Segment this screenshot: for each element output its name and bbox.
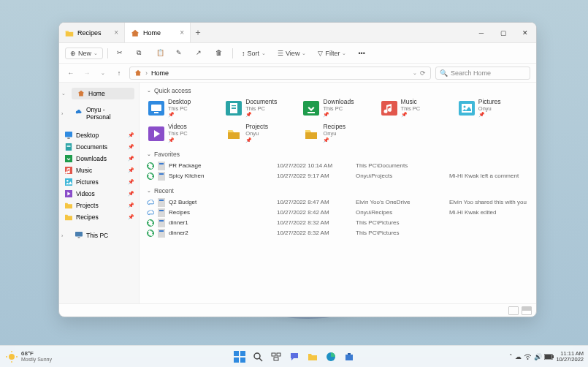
- sidebar-item-home[interactable]: Home: [72, 88, 134, 99]
- downloads-icon: [65, 155, 72, 162]
- documents-icon: [65, 143, 72, 151]
- pic-icon: [459, 101, 475, 116]
- paste-button[interactable]: 📋: [152, 48, 169, 58]
- onedrive-icon[interactable]: ☁: [515, 353, 522, 360]
- quick-item-downloads[interactable]: DownloadsThis PC📌: [302, 97, 373, 119]
- section-quick-access[interactable]: ⌄Quick access: [147, 87, 529, 94]
- minimize-button[interactable]: ─: [470, 29, 492, 37]
- projects-icon: [65, 202, 72, 209]
- share-button[interactable]: ↗: [191, 48, 208, 58]
- close-button[interactable]: ✕: [514, 29, 536, 37]
- explorer-button[interactable]: [305, 349, 321, 365]
- pin-icon: 📌: [128, 144, 134, 150]
- pin-icon: 📌: [128, 179, 134, 185]
- status-icon: [147, 219, 154, 227]
- status-bar: [59, 303, 536, 317]
- chevron-down-icon[interactable]: ⌄: [413, 70, 417, 76]
- quick-item-desktop[interactable]: DesktopThis PC📌: [147, 97, 218, 119]
- close-tab-icon[interactable]: ×: [114, 29, 118, 37]
- quick-item-videos[interactable]: VideosThis PC📌: [147, 122, 218, 144]
- sort-button[interactable]: ↕ Sort ⌄: [237, 48, 270, 58]
- thumbnails-view-button[interactable]: [522, 306, 532, 315]
- wifi-icon[interactable]: [524, 353, 532, 360]
- quick-item-recipes[interactable]: RecipesOnyu📌: [302, 122, 373, 144]
- svg-rect-13: [154, 112, 159, 113]
- svg-rect-18: [308, 112, 315, 113]
- list-item[interactable]: Recipes10/27/2022 8:42 AMOnyu\RecipesMi-…: [147, 208, 529, 218]
- clock[interactable]: 11:11 AM 10/27/2022: [556, 351, 584, 362]
- close-tab-icon[interactable]: ×: [180, 29, 184, 37]
- list-item[interactable]: Q2 Budget10/27/2022 8:47 AMElvin Yoo's O…: [147, 197, 529, 208]
- svg-rect-3: [67, 145, 71, 146]
- svg-rect-10: [75, 232, 83, 236]
- new-button[interactable]: ⊕ New ⌄: [65, 48, 103, 59]
- tab-recipes[interactable]: Recipes ×: [59, 23, 125, 42]
- quick-item-projects[interactable]: ProjectsOnyu📌: [224, 122, 296, 144]
- share-icon: ↗: [196, 49, 204, 57]
- battery-icon[interactable]: [544, 354, 554, 360]
- search-icon: 🔍: [440, 69, 448, 77]
- quick-item-documents[interactable]: DocumentsThis PC📌: [224, 97, 296, 119]
- section-recent[interactable]: ⌄Recent: [147, 187, 529, 194]
- filter-button[interactable]: ▽ Filter⌄: [313, 48, 351, 58]
- add-tab-button[interactable]: ＋: [191, 26, 205, 39]
- sidebar-item-downloads[interactable]: Downloads📌: [59, 153, 139, 164]
- sidebar-item-documents[interactable]: Documents📌: [59, 141, 139, 153]
- home-icon: [134, 69, 142, 77]
- svg-rect-56: [552, 355, 554, 358]
- rename-button[interactable]: ✎: [172, 48, 188, 58]
- quick-item-pictures[interactable]: PicturesOnyu📌: [457, 97, 529, 119]
- sidebar-item-projects[interactable]: Projects📌: [59, 200, 139, 211]
- tray-chevron[interactable]: ˄: [509, 353, 513, 360]
- cut-button[interactable]: ✂: [112, 48, 129, 58]
- start-button[interactable]: [232, 349, 248, 365]
- sidebar-item-recipes[interactable]: Recipes📌: [59, 211, 139, 223]
- edge-button[interactable]: [323, 349, 339, 365]
- store-button[interactable]: [341, 349, 357, 365]
- delete-button[interactable]: 🗑: [211, 48, 228, 58]
- view-button[interactable]: ☰ View⌄: [273, 48, 310, 58]
- pin-icon: 📌: [478, 112, 501, 118]
- list-item[interactable]: dinner110/27/2022 8:32 AMThis PC\Picture…: [147, 218, 529, 228]
- sidebar-item-pictures[interactable]: Pictures📌: [59, 176, 139, 188]
- details-view-button[interactable]: [508, 306, 519, 315]
- address-bar[interactable]: › Home ⌄ ⟳: [129, 67, 431, 80]
- folder-icon: [65, 29, 74, 37]
- quick-item-music[interactable]: MusicThis PC📌: [380, 97, 451, 119]
- forward-button[interactable]: →: [81, 67, 93, 79]
- titlebar: Recipes × Home × ＋ ─ ▢ ✕: [59, 23, 536, 43]
- svg-rect-35: [158, 229, 165, 238]
- svg-rect-50: [274, 357, 278, 360]
- task-view-button[interactable]: [268, 349, 284, 365]
- status-icon: [147, 173, 154, 180]
- svg-rect-55: [545, 355, 551, 359]
- up-button[interactable]: ↑: [113, 67, 125, 79]
- sidebar-item-thispc[interactable]: This PC: [69, 230, 137, 241]
- svg-rect-11: [78, 237, 80, 238]
- tab-label: Recipes: [77, 29, 102, 37]
- maximize-button[interactable]: ▢: [492, 29, 514, 37]
- back-button[interactable]: ←: [65, 67, 77, 79]
- refresh-button[interactable]: ⟳: [420, 69, 426, 77]
- sidebar-item-onedrive[interactable]: Onyu - Personal: [69, 104, 137, 123]
- status-icon: [147, 209, 154, 216]
- recent-locations-button[interactable]: ⌄: [97, 67, 109, 79]
- sidebar-item-videos[interactable]: Videos📌: [59, 188, 139, 200]
- tab-home[interactable]: Home ×: [125, 23, 191, 42]
- volume-icon[interactable]: 🔊: [534, 353, 542, 360]
- folder-icon: [226, 126, 242, 141]
- svg-rect-42: [234, 351, 239, 356]
- more-button[interactable]: •••: [354, 48, 369, 58]
- list-item[interactable]: Spicy Kitchen10/27/2022 9:17 AMOnyu\Proj…: [147, 171, 529, 181]
- section-favorites[interactable]: ⌄Favorites: [147, 151, 529, 158]
- weather-widget[interactable]: 68°FMostly Sunny: [0, 351, 58, 363]
- search-button[interactable]: [250, 349, 266, 365]
- svg-rect-23: [159, 163, 164, 164]
- sidebar-item-desktop[interactable]: Desktop📌: [59, 129, 139, 141]
- chat-button[interactable]: [286, 349, 302, 365]
- list-item[interactable]: dinner210/27/2022 8:32 AMThis PC\Picture…: [147, 228, 529, 238]
- copy-button[interactable]: ⧉: [132, 48, 149, 58]
- sidebar-item-music[interactable]: Music📌: [59, 164, 139, 176]
- list-item[interactable]: PR Package10/27/2022 10:14 AMThis PC\Doc…: [147, 161, 529, 171]
- search-input[interactable]: 🔍 Search Home: [435, 67, 530, 80]
